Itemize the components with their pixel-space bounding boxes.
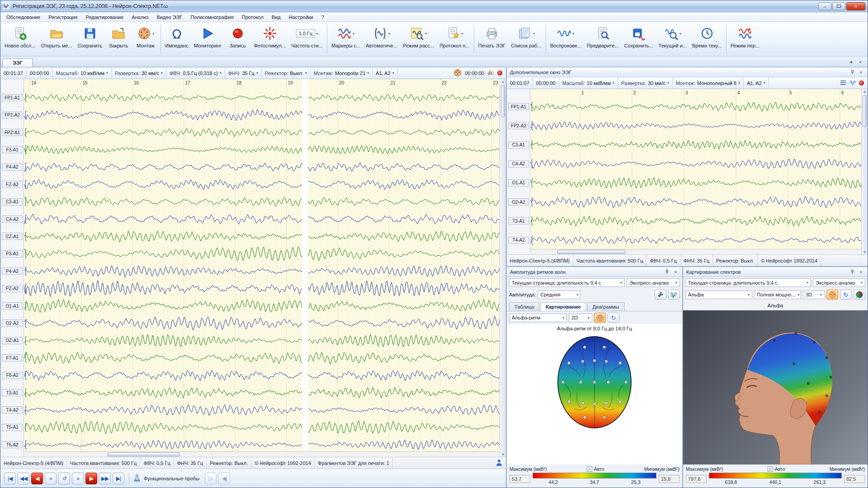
channel-label[interactable]: F3-A1	[2, 146, 23, 153]
playback-button[interactable]: |◀	[4, 473, 16, 484]
menu-item[interactable]: Протокол	[238, 13, 268, 21]
close-icon[interactable]: ×	[672, 268, 679, 275]
tab-list-dropdown-icon[interactable]: ▾	[848, 58, 855, 66]
eeg-setting-cell[interactable]: 00:00:00	[27, 67, 53, 79]
eeg-setting-cell[interactable]: Масштаб:10 мкВ/мм▾	[53, 67, 112, 79]
menu-item[interactable]: Полисомнография	[186, 13, 237, 21]
tab-close-icon[interactable]: ×	[857, 58, 864, 66]
toolbar-button[interactable]: Фотостимул...	[251, 23, 289, 55]
dimension-dropdown[interactable]: 3D▾	[803, 291, 825, 299]
pin-icon[interactable]	[849, 268, 856, 275]
channel-label[interactable]: F8-A2	[2, 372, 23, 379]
channel-label[interactable]: FP2-A2	[508, 122, 529, 129]
eeg-setting-cell[interactable]: Развертка:30 мм/с▾	[618, 77, 673, 89]
toolbar-button[interactable]: ▾Режим расс...	[400, 23, 437, 55]
menu-item[interactable]: Анализ	[127, 13, 152, 21]
auto-checkbox[interactable]: ✓	[768, 466, 773, 472]
montage-list-icon[interactable]	[840, 80, 846, 86]
power-mode-dropdown[interactable]: Полная мощно...▾	[754, 291, 801, 299]
toolbar-button[interactable]: 1,0 Гц▾Частота сти...	[288, 23, 326, 55]
channel-label[interactable]: T3-A1	[508, 217, 529, 225]
scroll-up-icon[interactable]: ▲	[501, 80, 505, 83]
vertical-scrollbar[interactable]: ▲ ▼	[500, 79, 506, 457]
toolbar-button[interactable]: ▾Маркеры с...	[329, 23, 363, 55]
channel-label[interactable]: F7-A1	[2, 354, 23, 361]
toolbar-button[interactable]: ▾Воспроизве...	[547, 23, 584, 55]
rhythm-dropdown[interactable]: Альфа-ритм▾	[509, 314, 567, 322]
playback-button[interactable]: ◀|	[218, 473, 230, 484]
toolbar-button[interactable]: ▾Монтаж	[132, 23, 159, 55]
eeg-setting-cell[interactable]: A1, A2▾	[744, 77, 769, 89]
eeg-trace-area[interactable]: 14151617181920212223	[24, 79, 500, 457]
channel-label[interactable]: FP2-A2	[2, 112, 23, 119]
refresh-icon[interactable]: ↻	[608, 313, 619, 323]
dimension-dropdown[interactable]: 2D▾	[569, 314, 592, 322]
express-analysis-dropdown[interactable]: Экспресс-анализ▾	[627, 278, 680, 287]
toolbar-button[interactable]: Время теку...	[689, 23, 725, 55]
electrode-head-icon[interactable]	[453, 69, 462, 78]
eeg-setting-cell[interactable]: 00:00:00	[533, 77, 559, 89]
waveform-view-icon[interactable]	[668, 290, 680, 300]
horizontal-scrollbar[interactable]	[24, 451, 500, 457]
wave-settings-icon[interactable]	[849, 80, 856, 86]
playback-button[interactable]: »	[72, 473, 84, 484]
scrollbar-thumb[interactable]	[501, 85, 505, 117]
channel-label[interactable]: PZ-A2	[2, 285, 23, 292]
head-map-button[interactable]	[826, 290, 838, 300]
toolbar-button[interactable]: Закрыть	[105, 23, 132, 55]
page-select-dropdown[interactable]: Текущая страница: длительность 9,4 с▾	[685, 278, 811, 287]
tab-table[interactable]: Таблица	[509, 302, 539, 311]
menu-item[interactable]: Вид	[268, 13, 285, 21]
playback-button[interactable]: ◀	[31, 473, 43, 484]
toolbar-button[interactable]: Открыть ме...	[38, 23, 75, 55]
playback-button[interactable]: ▷	[205, 473, 217, 484]
toolbar-button[interactable]: Сохранить...	[622, 23, 656, 55]
channel-label[interactable]: FPZ-A1	[2, 129, 23, 136]
settings-wrench-icon[interactable]	[655, 290, 666, 300]
menu-item[interactable]: Настройки	[285, 13, 317, 21]
channel-label[interactable]: O2-A2	[2, 319, 23, 327]
toolbar-button[interactable]: ▾Протокол п...	[437, 23, 472, 55]
menu-item[interactable]: Редактирование	[82, 13, 128, 21]
rhythm-dropdown[interactable]: Альфа▾	[685, 291, 752, 299]
playback-button[interactable]: ↺	[58, 473, 70, 484]
channel-label[interactable]: FP1-A1	[2, 94, 23, 101]
channel-label[interactable]: C3-A1	[2, 198, 23, 206]
menu-item[interactable]: Видео ЭЭГ	[153, 13, 187, 21]
channel-label[interactable]: C4-A2	[2, 216, 23, 223]
scrollbar-thumb[interactable]	[863, 95, 867, 127]
eeg-setting-cell[interactable]: Монтаж:Monopolar 21▾	[311, 67, 373, 79]
auto-checkbox[interactable]: ✓	[587, 466, 592, 472]
channel-label[interactable]: O1-A1	[508, 179, 529, 187]
scroll-up-icon[interactable]: ▲	[863, 90, 866, 93]
channel-label[interactable]: O1-A1	[2, 302, 23, 310]
scroll-down-icon[interactable]: ▼	[501, 453, 505, 456]
channel-label[interactable]: T3-A1	[2, 389, 23, 396]
patient-icon[interactable]	[496, 459, 502, 467]
toolbar-button[interactable]: Мониторинг	[191, 23, 224, 55]
channel-label[interactable]: FZ-A2	[2, 181, 23, 188]
max-value-field[interactable]: 53,7	[509, 475, 530, 483]
max-value-field[interactable]: 797,6	[686, 475, 707, 483]
scrollbar-thumb[interactable]	[108, 452, 180, 456]
eeg-setting-cell[interactable]: Монтаж:Монополярный 8▾	[673, 77, 744, 89]
eeg-setting-cell[interactable]: ФВЧ:0,5 Гц (0,318 с)▾	[166, 67, 225, 79]
min-value-field[interactable]: 82,5	[844, 475, 865, 483]
tab-mapping[interactable]: Картирование	[540, 302, 586, 311]
playback-button[interactable]: ◀◀	[18, 473, 29, 484]
stim-marker-icon[interactable]	[487, 69, 494, 77]
channel-label[interactable]: O2-A2	[508, 198, 529, 206]
toolbar-button[interactable]: Предварите...	[584, 23, 622, 55]
pin-icon[interactable]	[664, 268, 670, 275]
playback-button[interactable]: ▶|	[113, 473, 124, 484]
maximize-button[interactable]	[832, 2, 845, 10]
playback-button[interactable]: «	[45, 473, 57, 484]
toolbar-button[interactable]: ▾Автоматиче...	[363, 23, 400, 55]
toolbar-button[interactable]: Запись	[224, 23, 251, 55]
eeg-setting-cell[interactable]: 00:01:07	[507, 77, 533, 89]
toolbar-button[interactable]: Новое обсл...	[2, 23, 38, 55]
channel-label[interactable]: CZ-A1	[2, 233, 23, 240]
head-map-button[interactable]	[594, 313, 606, 323]
tab-eeg[interactable]: ЭЭГ	[2, 58, 33, 67]
channel-label[interactable]: T6-A2	[2, 441, 23, 448]
